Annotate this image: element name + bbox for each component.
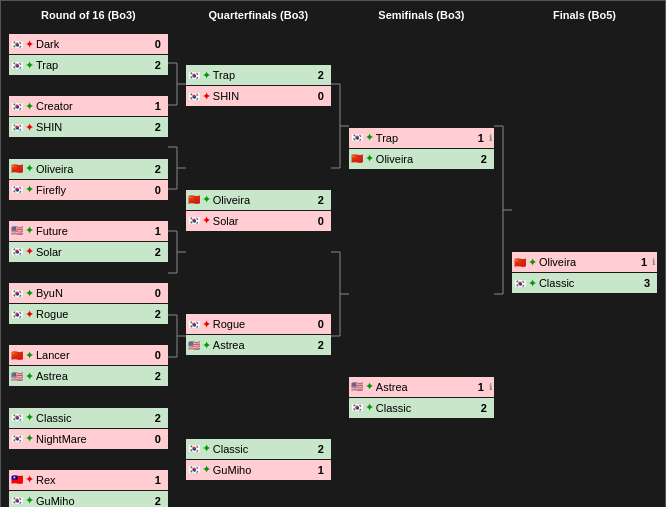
table-row: 🇨🇳 ✦ Oliveira 1 ℹ: [512, 252, 657, 272]
race-firefly: ✦: [25, 183, 34, 196]
r16-match-6: 🇨🇳 ✦ Lancer 0 🇺🇸 ✦ Astrea 2: [9, 345, 168, 387]
race-future: ✦: [25, 224, 34, 237]
sf-match-1: 🇰🇷 ✦ Trap 1 ℹ 🇨🇳 ✦ Oliveira 2: [349, 128, 494, 170]
table-row: 🇰🇷 ✦ Trap 1 ℹ: [349, 128, 494, 148]
name-nightmare: NightMare: [36, 433, 150, 445]
name-astrea: Astrea: [36, 370, 150, 382]
flag-byun: 🇰🇷: [11, 288, 23, 299]
name-qf-astrea: Astrea: [213, 339, 313, 351]
table-row: 🇹🇼 ✦ Rex 1: [9, 470, 168, 490]
name-oliveira: Oliveira: [36, 163, 150, 175]
r16-title: Round of 16 (Bo3): [9, 9, 168, 21]
score-sf-oliveira: 2: [476, 153, 492, 165]
round-qf: Quarterfinals (Bo3) 🇰🇷 ✦ Trap 2 🇰🇷 ✦ SHI…: [186, 9, 331, 507]
score-solar: 2: [150, 246, 166, 258]
name-rogue: Rogue: [36, 308, 150, 320]
race-qf-astrea: ✦: [202, 339, 211, 352]
table-row: 🇨🇳 ✦ Lancer 0: [9, 345, 168, 365]
score-rogue: 2: [150, 308, 166, 320]
score-qf-astrea: 2: [313, 339, 329, 351]
score-classic: 2: [150, 412, 166, 424]
table-row: 🇰🇷 ✦ NightMare 0: [9, 429, 168, 449]
score-shin: 2: [150, 121, 166, 133]
race-dark: ✦: [25, 38, 34, 51]
connector-r16-qf: [168, 33, 186, 507]
r16-match-3: 🇨🇳 ✦ Oliveira 2 🇰🇷 ✦ Firefly 0: [9, 159, 168, 201]
name-creator: Creator: [36, 100, 150, 112]
race-qf-oliveira: ✦: [202, 193, 211, 206]
name-rex: Rex: [36, 474, 150, 486]
table-row: 🇰🇷 ✦ Classic 3: [512, 273, 657, 293]
score-finals-classic: 3: [639, 277, 655, 289]
name-qf-shin: SHIN: [213, 90, 313, 102]
race-qf-shin: ✦: [202, 90, 211, 103]
flag-lancer: 🇨🇳: [11, 350, 23, 361]
round-sf: Semifinals (Bo3) 🇰🇷 ✦ Trap 1 ℹ 🇨🇳 ✦ Oliv…: [349, 9, 494, 507]
name-qf-classic: Classic: [213, 443, 313, 455]
table-row: 🇰🇷 ✦ Classic 2: [9, 408, 168, 428]
flag-solar: 🇰🇷: [11, 246, 23, 257]
flag-classic: 🇰🇷: [11, 412, 23, 423]
name-sf-trap: Trap: [376, 132, 473, 144]
race-byun: ✦: [25, 287, 34, 300]
flag-qf-shin: 🇰🇷: [188, 91, 200, 102]
score-sf-trap: 1: [473, 132, 489, 144]
name-firefly: Firefly: [36, 184, 150, 196]
flag-trap: 🇰🇷: [11, 60, 23, 71]
info-icon-sf2[interactable]: ℹ: [489, 382, 492, 392]
table-row: 🇰🇷 ✦ GuMiho 2: [9, 491, 168, 507]
connector-sf-finals: [494, 33, 512, 507]
flag-finals-classic: 🇰🇷: [514, 278, 526, 289]
name-qf-trap: Trap: [213, 69, 313, 81]
name-shin: SHIN: [36, 121, 150, 133]
score-sf-classic: 2: [476, 402, 492, 414]
table-row: 🇰🇷 ✦ Rogue 0: [186, 314, 331, 334]
qf-match-1: 🇰🇷 ✦ Trap 2 🇰🇷 ✦ SHIN 0: [186, 65, 331, 107]
flag-firefly: 🇰🇷: [11, 184, 23, 195]
table-row: 🇰🇷 ✦ Solar 0: [186, 211, 331, 231]
table-row: 🇰🇷 ✦ Classic 2: [349, 398, 494, 418]
race-trap: ✦: [25, 59, 34, 72]
r16-match-8: 🇹🇼 ✦ Rex 1 🇰🇷 ✦ GuMiho 2: [9, 470, 168, 507]
qf-match-2: 🇨🇳 ✦ Oliveira 2 🇰🇷 ✦ Solar 0: [186, 190, 331, 232]
table-row: 🇰🇷 ✦ Classic 2: [186, 439, 331, 459]
flag-sf-oliveira: 🇨🇳: [351, 153, 363, 164]
name-future: Future: [36, 225, 150, 237]
name-trap: Trap: [36, 59, 150, 71]
round-finals: Finals (Bo5) 🇨🇳 ✦ Oliveira 1 ℹ 🇰🇷 ✦ Clas…: [512, 9, 657, 507]
flag-sf-astrea: 🇺🇸: [351, 381, 363, 392]
info-icon-sf1[interactable]: ℹ: [489, 133, 492, 143]
race-solar: ✦: [25, 245, 34, 258]
info-icon-finals[interactable]: ℹ: [652, 257, 655, 267]
name-classic: Classic: [36, 412, 150, 424]
table-row: 🇰🇷 ✦ Firefly 0: [9, 180, 168, 200]
flag-rogue: 🇰🇷: [11, 309, 23, 320]
table-row: 🇺🇸 ✦ Astrea 1 ℹ: [349, 377, 494, 397]
flag-future: 🇺🇸: [11, 225, 23, 236]
score-qf-rogue: 0: [313, 318, 329, 330]
flag-sf-classic: 🇰🇷: [351, 402, 363, 413]
flag-qf-oliveira: 🇨🇳: [188, 194, 200, 205]
score-qf-oliveira: 2: [313, 194, 329, 206]
flag-qf-solar: 🇰🇷: [188, 215, 200, 226]
table-row: 🇺🇸 ✦ Astrea 2: [186, 335, 331, 355]
r16-match-4: 🇺🇸 ✦ Future 1 🇰🇷 ✦ Solar 2: [9, 221, 168, 263]
score-qf-shin: 0: [313, 90, 329, 102]
race-qf-solar: ✦: [202, 214, 211, 227]
name-finals-oliveira: Oliveira: [539, 256, 636, 268]
race-qf-trap: ✦: [202, 69, 211, 82]
score-gumiho: 2: [150, 495, 166, 507]
name-qf-solar: Solar: [213, 215, 313, 227]
race-shin: ✦: [25, 121, 34, 134]
flag-qf-rogue: 🇰🇷: [188, 319, 200, 330]
score-qf-trap: 2: [313, 69, 329, 81]
flag-qf-astrea: 🇺🇸: [188, 340, 200, 351]
name-qf-rogue: Rogue: [213, 318, 313, 330]
finals-match-1: 🇨🇳 ✦ Oliveira 1 ℹ 🇰🇷 ✦ Classic 3: [512, 252, 657, 294]
name-lancer: Lancer: [36, 349, 150, 361]
race-qf-rogue: ✦: [202, 318, 211, 331]
table-row: 🇰🇷 ✦ Trap 2: [9, 55, 168, 75]
flag-rex: 🇹🇼: [11, 474, 23, 485]
name-qf-gumiho: GuMiho: [213, 464, 313, 476]
race-nightmare: ✦: [25, 432, 34, 445]
